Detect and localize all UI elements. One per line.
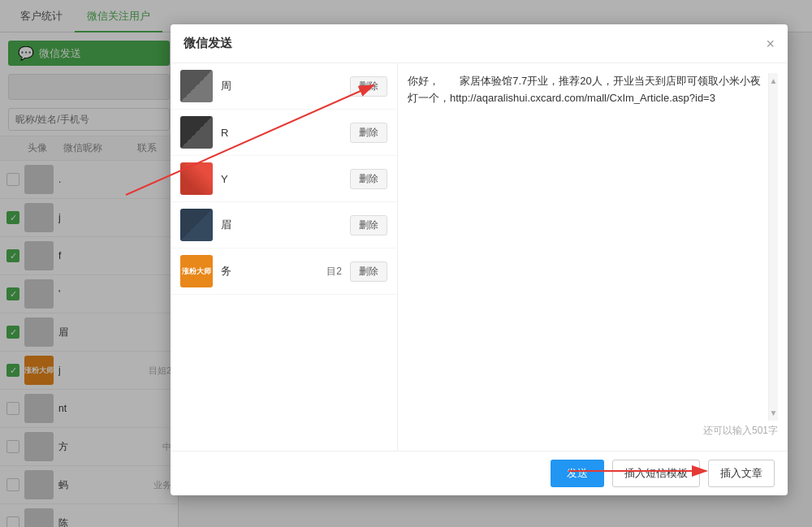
char-count: 还可以输入501字	[408, 421, 778, 441]
scroll-up-icon[interactable]: ▲	[770, 76, 778, 85]
modal-overlay: 微信发送 × 周删除R删除Y删除眉删除涨粉大师务目2删除 ▲ ▼ 还可以输	[0, 0, 812, 527]
recipient-name: 务	[221, 264, 318, 279]
modal-header: 微信发送 ×	[171, 24, 788, 63]
modal-close-button[interactable]: ×	[766, 37, 775, 51]
recipients-list: 周删除R删除Y删除眉删除涨粉大师务目2删除	[171, 63, 398, 451]
delete-recipient-button[interactable]: 删除	[350, 261, 387, 282]
recipient-item: Y删除	[171, 156, 397, 202]
recipient-avatar	[180, 209, 213, 241]
insert-article-button[interactable]: 插入文章	[708, 460, 775, 487]
scroll-down-icon[interactable]: ▼	[770, 408, 778, 417]
recipient-item: 涨粉大师务目2删除	[171, 248, 397, 295]
recipient-item: 眉删除	[171, 202, 397, 248]
wechat-send-modal: 微信发送 × 周删除R删除Y删除眉删除涨粉大师务目2删除 ▲ ▼ 还可以输	[171, 24, 788, 495]
compose-area: ▲ ▼ 还可以输入501字	[398, 63, 788, 451]
delete-recipient-button[interactable]: 删除	[350, 215, 387, 235]
recipient-avatar	[180, 162, 213, 195]
recipient-extra: 目2	[326, 265, 342, 279]
delete-recipient-button[interactable]: 删除	[350, 169, 387, 189]
modal-footer: 发送 插入短信模板 插入文章	[171, 451, 788, 495]
scrollbar[interactable]: ▲ ▼	[768, 73, 778, 421]
recipient-item: 周删除	[171, 63, 397, 110]
recipient-item: R删除	[171, 110, 397, 156]
recipient-name: R	[221, 127, 342, 139]
recipient-avatar: 涨粉大师	[180, 255, 213, 287]
send-button[interactable]: 发送	[551, 460, 604, 487]
insert-template-button[interactable]: 插入短信模板	[612, 460, 700, 487]
compose-wrapper: ▲ ▼	[408, 73, 778, 421]
delete-recipient-button[interactable]: 删除	[350, 123, 387, 143]
modal-body: 周删除R删除Y删除眉删除涨粉大师务目2删除 ▲ ▼ 还可以输入501字	[171, 63, 788, 451]
message-textarea[interactable]	[408, 73, 768, 421]
recipient-name: 眉	[221, 218, 342, 232]
recipient-name: Y	[221, 173, 342, 185]
recipient-avatar	[180, 70, 213, 102]
recipient-avatar	[180, 116, 213, 149]
delete-recipient-button[interactable]: 删除	[350, 76, 387, 97]
recipient-name: 周	[221, 79, 342, 93]
modal-title: 微信发送	[184, 36, 232, 51]
